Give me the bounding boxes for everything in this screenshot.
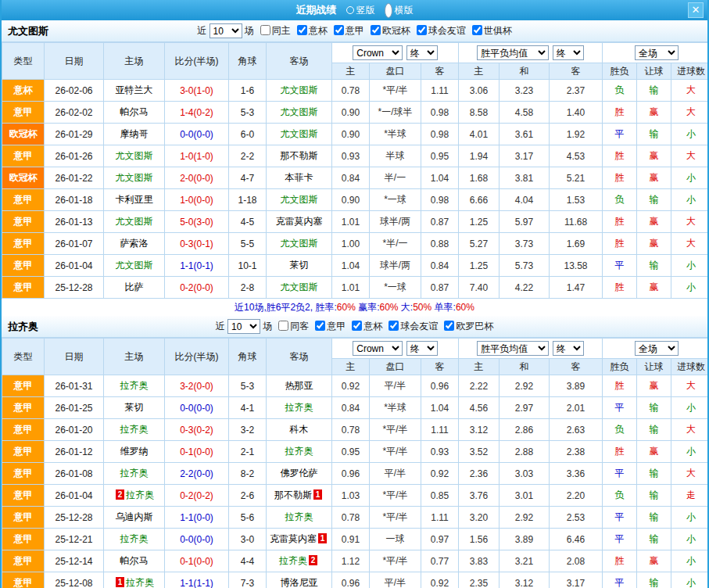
result-handicap: 输 — [637, 419, 671, 441]
asia-odds-company-select[interactable]: Crown — [353, 45, 403, 60]
col-asia-home: 主 — [332, 63, 370, 80]
result-wdl: 胜 — [603, 277, 637, 299]
asia-home-odds: 0.93 — [332, 145, 370, 167]
result-handicap: 赢 — [637, 375, 671, 397]
euro-home-odds: 2.35 — [459, 572, 500, 588]
euro-draw-odds: 3.17 — [500, 145, 550, 167]
filter-checkbox[interactable] — [472, 25, 482, 35]
match-score: 0-2(0-0) — [165, 277, 229, 299]
league-badge: 欧冠杯 — [2, 167, 45, 189]
home-team-label: 卡利亚里 — [116, 194, 153, 205]
result-scope-select[interactable]: 全场 — [635, 341, 679, 356]
result-handicap: 输 — [637, 255, 671, 277]
asia-odds-stage-select[interactable]: 终 — [406, 341, 438, 356]
match-score: 1-1(0-1) — [165, 255, 229, 277]
filter-球会友谊[interactable]: 球会友谊 — [417, 25, 466, 36]
filter-checkbox[interactable] — [444, 321, 454, 331]
result-goals: 走 — [671, 485, 709, 507]
filter-球会友谊[interactable]: 球会友谊 — [389, 321, 438, 332]
summary-segment: 60% — [456, 302, 474, 313]
result-wdl: 胜 — [603, 167, 637, 189]
corner-score: 4-7 — [229, 167, 267, 189]
result-goals: 大 — [671, 102, 709, 124]
matches-tbody: 意杯26-02-06亚特兰大3-0(1-0)1-6尤文图斯0.78*平/半1.1… — [2, 80, 709, 299]
filter-checkbox[interactable] — [389, 321, 399, 331]
result-scope-select[interactable]: 全场 — [635, 45, 679, 60]
corner-score: 1-6 — [229, 80, 267, 102]
corner-score: 2-2 — [229, 145, 267, 167]
filter-同主[interactable]: 同主 — [260, 25, 291, 36]
filter-checkbox[interactable] — [315, 321, 325, 331]
league-badge: 意甲 — [2, 375, 45, 397]
filter-同客[interactable]: 同客 — [278, 321, 309, 332]
match-count-select[interactable]: 10 — [209, 23, 242, 38]
euro-odds-type-select[interactable]: 胜平负均值 — [477, 45, 549, 60]
col-result-goals: 进球数 — [671, 63, 709, 80]
horizontal-layout-label[interactable]: 横版 — [395, 4, 414, 17]
filter-意甲[interactable]: 意甲 — [315, 321, 346, 332]
asia-away-odds: 0.84 — [421, 255, 459, 277]
euro-odds-stage-select[interactable]: 终 — [553, 341, 584, 356]
home-team: 尤文图斯 — [104, 255, 165, 277]
home-team: 乌迪内斯 — [104, 507, 165, 529]
result-wdl: 平 — [603, 507, 637, 529]
asia-handicap: 平/半 — [370, 375, 421, 397]
horizontal-layout-radio[interactable] — [385, 3, 392, 18]
summary-segment: 50% — [413, 302, 431, 313]
euro-odds-type-select[interactable]: 胜平负均值 — [477, 341, 549, 356]
filter-checkbox[interactable] — [352, 321, 362, 331]
filter-checkbox[interactable] — [297, 25, 307, 35]
filter-意甲[interactable]: 意甲 — [334, 25, 364, 36]
asia-away-odds: 1.11 — [421, 507, 459, 529]
result-goals: 小 — [671, 277, 709, 299]
filter-checkbox[interactable] — [371, 25, 381, 35]
home-team-label: 尤文图斯 — [116, 260, 153, 271]
result-goals: 小 — [671, 529, 709, 550]
match-date: 26-01-26 — [45, 145, 104, 167]
filter-欧罗巴杯[interactable]: 欧罗巴杯 — [444, 321, 493, 332]
asia-home-odds: 1.03 — [332, 485, 370, 507]
away-team-label: 尤文图斯 — [281, 84, 318, 95]
away-team: 本菲卡 — [267, 167, 332, 189]
col-asia-home: 主 — [332, 359, 370, 375]
match-score: 5-0(3-0) — [165, 211, 229, 233]
asia-away-odds: 0.88 — [421, 233, 459, 255]
asia-handicap: *平/半 — [370, 419, 421, 441]
match-date: 25-12-14 — [45, 550, 104, 572]
result-wdl: 负 — [603, 419, 637, 441]
col-date: 日期 — [45, 339, 104, 375]
filter-世俱杯[interactable]: 世俱杯 — [472, 25, 512, 36]
euro-away-odds: 1.47 — [550, 277, 603, 299]
league-badge: 意甲 — [2, 419, 45, 441]
home-team: 尤文图斯 — [104, 145, 165, 167]
match-date: 25-12-21 — [45, 529, 104, 550]
result-wdl: 负 — [603, 189, 637, 211]
asia-home-odds: 0.90 — [332, 124, 370, 145]
match-score: 3-0(1-0) — [165, 80, 229, 102]
away-team: 那不勒斯 — [267, 145, 332, 167]
filter-意杯[interactable]: 意杯 — [352, 321, 382, 332]
league-badge: 意甲 — [2, 441, 45, 463]
asia-odds-company-select[interactable]: Crown — [353, 341, 403, 356]
match-row: 欧冠杯26-01-29摩纳哥0-0(0-0)6-0尤文图斯0.90*半球0.98… — [2, 124, 709, 145]
filter-欧冠杯[interactable]: 欧冠杯 — [371, 25, 410, 36]
match-date: 26-01-04 — [45, 485, 104, 507]
close-button[interactable]: ✕ — [688, 2, 704, 18]
result-wdl: 胜 — [603, 375, 637, 397]
team-header: 尤文图斯 近 10 场 同主意杯意甲欧冠杯球会友谊世俱杯 — [2, 20, 707, 42]
team-name: 拉齐奥 — [8, 320, 38, 334]
vertical-layout-label[interactable]: 竖版 — [356, 4, 375, 17]
euro-draw-odds: 2.97 — [500, 397, 550, 419]
filter-意杯[interactable]: 意杯 — [297, 25, 328, 36]
asia-odds-stage-select[interactable]: 终 — [406, 45, 438, 60]
match-count-select[interactable]: 10 — [227, 319, 260, 334]
asia-away-odds: 0.87 — [421, 211, 459, 233]
filter-checkbox[interactable] — [417, 25, 427, 35]
euro-odds-stage-select[interactable]: 终 — [553, 45, 584, 60]
filter-checkbox[interactable] — [260, 25, 270, 35]
match-date: 25-12-28 — [45, 277, 104, 299]
match-date: 26-01-25 — [45, 397, 104, 419]
filter-checkbox[interactable] — [334, 25, 344, 35]
filter-checkbox[interactable] — [278, 321, 288, 331]
vertical-layout-radio[interactable] — [346, 6, 354, 14]
